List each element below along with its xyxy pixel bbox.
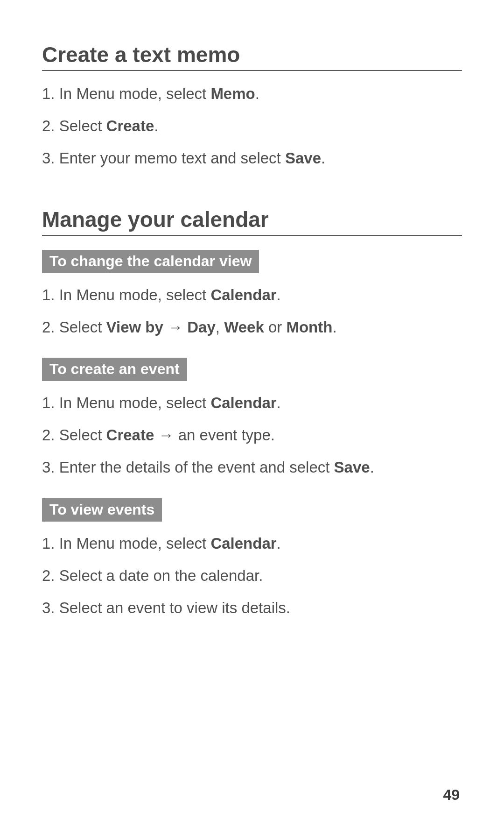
step-text: . (255, 85, 259, 102)
step-number: 3. (42, 599, 59, 616)
subsection-change-view: To change the calendar view 1. In Menu m… (42, 250, 462, 338)
step-number: 1. (42, 286, 59, 304)
heading-create-text-memo: Create a text memo (42, 42, 462, 71)
step-text: an event type. (178, 426, 275, 444)
step-bold: Calendar (210, 286, 276, 304)
step-bold: Save (285, 149, 321, 167)
step-item: 3. Enter the details of the event and se… (42, 458, 462, 478)
step-text: Select a date on the calendar. (59, 567, 263, 584)
step-number: 2. (42, 426, 59, 444)
step-text: Select an event to view its details. (59, 599, 290, 616)
step-bold: Month (286, 318, 332, 336)
step-bold: View by (106, 318, 163, 336)
step-text: or (264, 318, 287, 336)
step-item: 2. Select a date on the calendar. (42, 566, 462, 586)
step-item: 3. Enter your memo text and select Save. (42, 148, 462, 169)
step-text: . (154, 117, 158, 134)
document-page: Create a text memo 1. In Menu mode, sele… (0, 0, 504, 618)
step-text: . (370, 459, 374, 476)
step-bold: Week (224, 318, 264, 336)
step-bold: Create (106, 426, 154, 444)
step-text: In Menu mode, select (59, 394, 211, 411)
step-item: 1. In Menu mode, select Calendar. (42, 285, 462, 305)
step-number: 1. (42, 535, 59, 552)
step-number: 2. (42, 567, 59, 584)
step-text: . (277, 535, 281, 552)
step-bold: Day (187, 318, 216, 336)
step-text: , (216, 318, 224, 336)
step-number: 2. (42, 117, 59, 134)
step-item: 1. In Menu mode, select Calendar. (42, 393, 462, 413)
step-text: In Menu mode, select (59, 535, 211, 552)
step-text: . (321, 149, 325, 167)
step-bold: Memo (210, 85, 255, 102)
step-bold: Calendar (210, 394, 276, 411)
step-item: 2. Select Create. (42, 116, 462, 136)
heading-manage-calendar: Manage your calendar (42, 207, 462, 236)
step-item: 1. In Menu mode, select Calendar. (42, 534, 462, 554)
step-number: 1. (42, 85, 59, 102)
step-number: 2. (42, 318, 59, 336)
subheading-view-events: To view events (42, 498, 162, 522)
step-bold: Save (334, 459, 370, 476)
step-text: → (154, 426, 178, 444)
step-text: Enter your memo text and select (59, 149, 285, 167)
subsection-view-events: To view events 1. In Menu mode, select C… (42, 498, 462, 618)
step-text: . (277, 286, 281, 304)
subheading-create-event: To create an event (42, 358, 187, 381)
step-bold: Calendar (210, 535, 276, 552)
step-number: 3. (42, 149, 59, 167)
step-text: → (163, 318, 187, 336)
step-text: . (332, 318, 336, 336)
page-number: 49 (443, 786, 460, 804)
step-text: Select (59, 426, 106, 444)
step-text: Enter the details of the event and selec… (59, 459, 334, 476)
step-item: 2. Select View by → Day, Week or Month. (42, 318, 462, 338)
step-text: In Menu mode, select (59, 85, 211, 102)
step-bold: Create (106, 117, 154, 134)
step-text: Select (59, 117, 106, 134)
step-text: . (277, 394, 281, 411)
step-text: Select (59, 318, 106, 336)
step-text: In Menu mode, select (59, 286, 211, 304)
step-item: 1. In Menu mode, select Memo. (42, 84, 462, 104)
subheading-change-view: To change the calendar view (42, 250, 259, 273)
step-item: 3. Select an event to view its details. (42, 598, 462, 618)
step-item: 2. Select Create → an event type. (42, 425, 462, 445)
step-number: 1. (42, 394, 59, 411)
subsection-create-event: To create an event 1. In Menu mode, sele… (42, 358, 462, 478)
step-number: 3. (42, 459, 59, 476)
